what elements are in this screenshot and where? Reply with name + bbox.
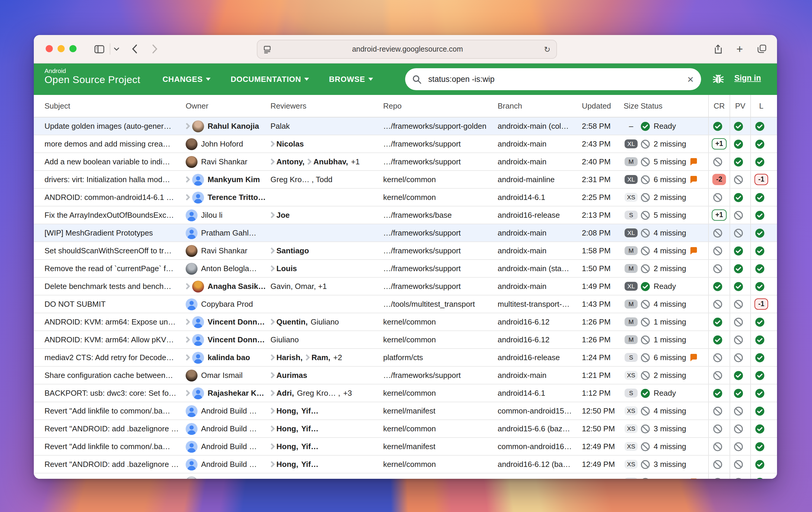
- reviewer-item[interactable]: Adri,: [270, 389, 294, 398]
- change-row[interactable]: Add a new boolean variable to indi…Ravi …: [34, 153, 777, 171]
- change-row[interactable]: more demos and add missing crea…John Hof…: [34, 135, 777, 153]
- owner-cell[interactable]: Rahul Kanojia: [186, 117, 270, 135]
- reviewer-item[interactable]: +2: [334, 353, 342, 362]
- forward-button-icon[interactable]: [149, 35, 160, 63]
- reviewer-item[interactable]: Hong,: [270, 424, 298, 433]
- repo-cell[interactable]: kernel/manifest: [383, 438, 498, 455]
- owner-cell[interactable]: Anagha Sasik…: [186, 278, 270, 295]
- reviewer-item[interactable]: Anubhav,: [308, 157, 348, 166]
- change-row[interactable]: Revert "ANDROID: add .bazelignore …Andro…: [34, 456, 777, 474]
- owner-cell[interactable]: Terence Tritto…: [186, 189, 270, 206]
- app-logo[interactable]: Android Open Source Project: [45, 67, 140, 86]
- reviewer-item[interactable]: Joe: [270, 210, 290, 220]
- branch-cell[interactable]: common-android16…: [498, 438, 582, 455]
- reviewer-item[interactable]: Santiago: [270, 246, 309, 255]
- change-row[interactable]: Share configuration cache between…Omar I…: [34, 367, 777, 385]
- owner-cell[interactable]: Ravi Shankar: [186, 153, 270, 170]
- reviewer-item[interactable]: +3: [343, 389, 352, 398]
- repo-cell[interactable]: kernel/common: [383, 385, 498, 402]
- branch-cell[interactable]: androidx-main: [498, 474, 582, 479]
- change-row[interactable]: Revert "Add linkfile to common/.ba…Andro…: [34, 438, 777, 456]
- change-row[interactable]: Revert "ANDROID: add .bazelignore …Andro…: [34, 420, 777, 438]
- owner-cell[interactable]: Copybara Prod: [186, 295, 270, 313]
- owner-cell[interactable]: Yuri Schimke: [186, 474, 270, 479]
- reviewer-item[interactable]: Yif…: [301, 424, 319, 433]
- change-row[interactable]: Revert "Add linkfile to common/.ba…Andro…: [34, 402, 777, 420]
- branch-cell[interactable]: androidx-main: [498, 224, 582, 241]
- reviewer-item[interactable]: +1: [351, 157, 360, 166]
- owner-cell[interactable]: Pratham Gahl…: [186, 224, 270, 241]
- owner-cell[interactable]: Vincent Donn…: [186, 313, 270, 331]
- change-row[interactable]: Delete benchmark tests and bench…Anagha …: [34, 278, 777, 295]
- repo-cell[interactable]: …/frameworks/support: [383, 367, 498, 384]
- reviewer-item[interactable]: Hong,: [270, 442, 298, 451]
- repo-cell[interactable]: …/frameworks/support: [383, 260, 498, 277]
- change-row[interactable]: drivers: virt: Initialization halla mod……: [34, 171, 777, 189]
- close-window-button[interactable]: [46, 45, 53, 52]
- change-row[interactable]: Fix the ArrayIndexOutOfBoundsExc…Jilou l…: [34, 206, 777, 224]
- repo-cell[interactable]: kernel/common: [383, 313, 498, 331]
- branch-cell[interactable]: androidx-main (sta…: [498, 260, 582, 277]
- repo-cell[interactable]: …/frameworks/support: [383, 278, 498, 295]
- search-input[interactable]: [427, 74, 687, 84]
- change-row[interactable]: DO NOT SUBMITCopybara Prod…/tools/multit…: [34, 295, 777, 313]
- branch-cell[interactable]: androidx-main: [498, 367, 582, 384]
- reader-mode-icon[interactable]: [263, 46, 271, 53]
- zoom-window-button[interactable]: [69, 45, 77, 52]
- branch-cell[interactable]: android15-6.6 (baz…: [498, 420, 582, 437]
- repo-cell[interactable]: …/tools/multitest_transport: [383, 295, 498, 313]
- address-bar[interactable]: android-review.googlesource.com ↻: [257, 40, 557, 59]
- reviewer-item[interactable]: Nicolas: [303, 478, 336, 479]
- owner-cell[interactable]: John Hoford: [186, 135, 270, 152]
- change-row[interactable]: ANDROID: KVM: arm64: Allow pKV…Vincent D…: [34, 331, 777, 349]
- back-button-icon[interactable]: [129, 35, 139, 63]
- clear-search-icon[interactable]: ✕: [687, 75, 694, 84]
- owner-cell[interactable]: Anton Belogla…: [186, 260, 270, 277]
- reviewer-item[interactable]: Gavin, Omar, +1: [270, 282, 327, 291]
- reviewer-item[interactable]: Hong,: [270, 406, 298, 415]
- change-row[interactable]: [WIP] MeshGradient PrototypesPratham Gah…: [34, 224, 777, 242]
- branch-cell[interactable]: androidx-main: [498, 278, 582, 295]
- reviewer-item[interactable]: Antony,: [270, 157, 304, 166]
- reviewer-item[interactable]: Adam,: [270, 478, 300, 479]
- new-tab-icon[interactable]: +: [734, 35, 745, 63]
- branch-cell[interactable]: common-android15…: [498, 402, 582, 420]
- reviewer-item[interactable]: Aurimas: [270, 371, 307, 380]
- branch-cell[interactable]: androidx-main (col…: [498, 117, 582, 135]
- owner-cell[interactable]: Android Build …: [186, 438, 270, 455]
- owner-cell[interactable]: Android Build …: [186, 402, 270, 420]
- repo-cell[interactable]: …/frameworks/support: [383, 224, 498, 241]
- branch-cell[interactable]: android16-release: [498, 349, 582, 366]
- branch-cell[interactable]: android16-release: [498, 206, 582, 224]
- repo-cell[interactable]: kernel/common: [383, 420, 498, 437]
- branch-cell[interactable]: android16-6.12: [498, 331, 582, 348]
- owner-cell[interactable]: Android Build …: [186, 456, 270, 473]
- change-row[interactable]: Update golden images (auto-gener…Rahul K…: [34, 117, 777, 135]
- branch-cell[interactable]: multitest-transport-…: [498, 295, 582, 313]
- reviewer-item[interactable]: Yif…: [301, 460, 319, 469]
- reviewer-item[interactable]: Giuliano: [270, 335, 299, 344]
- reviewer-item[interactable]: Giuliano: [311, 317, 339, 326]
- reviewer-item[interactable]: Louis: [270, 264, 297, 273]
- owner-cell[interactable]: Rajashekar K…: [186, 385, 270, 402]
- owner-cell[interactable]: Ravi Shankar: [186, 242, 270, 259]
- reviewer-item[interactable]: Yif…: [301, 406, 319, 415]
- reviewer-item[interactable]: Harish,: [270, 353, 302, 362]
- repo-cell[interactable]: platform/cts: [383, 349, 498, 366]
- repo-cell[interactable]: kernel/common: [383, 171, 498, 188]
- share-icon[interactable]: [712, 35, 723, 63]
- sidebar-toggle-icon[interactable]: [92, 35, 106, 63]
- menu-documentation[interactable]: DOCUMENTATION: [231, 75, 309, 84]
- reviewer-item[interactable]: Ram,: [306, 353, 330, 362]
- repo-cell[interactable]: …/frameworks/support: [383, 242, 498, 259]
- owner-cell[interactable]: kalinda bao: [186, 349, 270, 366]
- repo-cell[interactable]: …/frameworks/support: [383, 474, 498, 479]
- tab-overview-icon[interactable]: [756, 35, 767, 63]
- change-row[interactable]: ANDROID: common-android14-6.1 …Terence T…: [34, 189, 777, 206]
- reviewer-item[interactable]: Greg Kro… , Todd: [270, 175, 332, 184]
- owner-cell[interactable]: Android Build …: [186, 420, 270, 437]
- sidebar-chevron-down-icon[interactable]: [112, 35, 121, 63]
- branch-cell[interactable]: android16-6.12: [498, 313, 582, 331]
- repo-cell[interactable]: kernel/common: [383, 331, 498, 348]
- repo-cell[interactable]: …/frameworks/support-golden: [383, 117, 498, 135]
